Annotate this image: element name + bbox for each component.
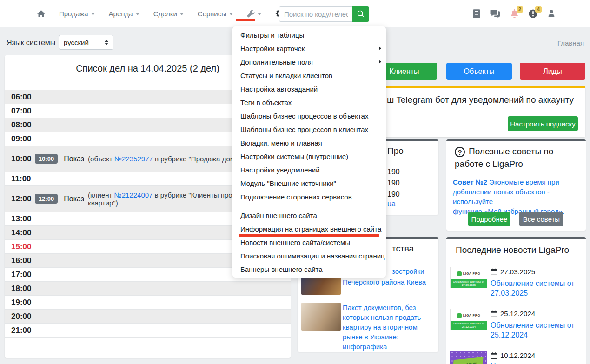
- calendar-icon: [491, 310, 497, 317]
- menu-item-bp-objects[interactable]: Шаблоны бизнес процессов в объектах: [232, 109, 386, 123]
- journal-icon[interactable]: [473, 9, 480, 18]
- menu-item-client-statuses[interactable]: Статусы и вкладки клиентов: [232, 69, 386, 82]
- menu-item-card-settings[interactable]: Настройки карточек: [232, 42, 386, 55]
- chevron-down-icon: [136, 13, 139, 15]
- news-thumbnail[interactable]: LIGA PRO Обновление системы от27.03.2025: [450, 267, 487, 288]
- contact-phone-list: 190 190 190: [387, 166, 400, 200]
- news-link[interactable]: Печерского района Киева: [343, 278, 426, 286]
- menu-item-deals[interactable]: Сделки: [153, 10, 184, 18]
- menu-item-rent[interactable]: Аренда: [109, 10, 139, 18]
- search-input[interactable]: [279, 6, 352, 22]
- app-window: Продажа Аренда Сделки Сервисы: [0, 0, 590, 364]
- menu-item-site-banners[interactable]: Баннеры внешнего сайта: [232, 263, 386, 276]
- divider: [450, 304, 582, 304]
- table-row: 18:00: [5, 282, 291, 296]
- news-link-line: 27.03.2025: [491, 288, 575, 298]
- menu-item-site-news[interactable]: Новости внешнего сайта/системы: [232, 236, 386, 249]
- news-thumbnail[interactable]: НОВОРІЧНІ БОНУСИ!: [450, 351, 487, 364]
- news-link-line: Обновление системы от: [491, 320, 575, 330]
- thumb-banner-line: Обновление системы от: [451, 322, 487, 325]
- menu-item-tabs-menu-main[interactable]: Вкладки, меню и главная: [232, 136, 386, 150]
- menu-item-third-party-services[interactable]: Подключение сторонних сервисов: [232, 190, 386, 204]
- event-time-badge: 10:00: [35, 154, 58, 164]
- notifications-bell-icon[interactable]: 2: [510, 9, 519, 18]
- contact-phone: 190: [387, 166, 400, 178]
- tip-line: Экономьте время при: [487, 178, 559, 186]
- time-label: 19:00: [11, 298, 35, 307]
- divider: [446, 173, 586, 173]
- menu-item-seo[interactable]: Поисковая оптимизация и названия страниц: [232, 249, 386, 263]
- menu-item-sales[interactable]: Продажа: [59, 10, 95, 18]
- news-link[interactable]: Новогодняя акция на: [491, 361, 563, 364]
- leads-button[interactable]: Лиды: [520, 63, 585, 80]
- news-date-text: 25.12.2024: [500, 310, 535, 318]
- menu-item-site-design[interactable]: Дизайн внешнего сайта: [232, 209, 386, 222]
- liga-logo-icon: [457, 271, 462, 276]
- menu-item-extra-fields[interactable]: Дополнительные поля: [232, 55, 386, 69]
- news-link-line: Новогодняя акция на: [491, 361, 563, 364]
- table-row: 21:00: [5, 324, 291, 338]
- client-number-link[interactable]: №21224007: [114, 191, 153, 199]
- event-description: (объект №22352977 в рубрике "Продажа дом…: [88, 155, 247, 163]
- news-link[interactable]: Обновление системы от 25.12.2024: [491, 320, 575, 340]
- divider: [450, 346, 582, 346]
- search-icon: [357, 10, 365, 18]
- navbar-right-icons: 2 4: [473, 0, 556, 27]
- tip-text-link[interactable]: Совет №2 Экономьте время при добавлении …: [453, 177, 586, 216]
- news-thumbnail[interactable]: [301, 303, 341, 331]
- table-row: 20:00: [5, 310, 291, 324]
- thumb-banner-line: 25.12.2024: [451, 325, 487, 329]
- menu-item-services[interactable]: Сервисы: [198, 10, 233, 18]
- news-date: 10.12.2024: [491, 351, 535, 359]
- calendar-icon: [491, 352, 497, 359]
- language-select[interactable]: русский: [59, 35, 113, 50]
- menu-item-autotasks[interactable]: Настройка автозаданий: [232, 82, 386, 96]
- tip-details-button[interactable]: Подробнее: [468, 212, 510, 226]
- wrench-icon: [247, 10, 255, 18]
- alerts-icon[interactable]: 4: [529, 9, 537, 18]
- time-label: 07:00: [11, 106, 35, 116]
- news-link[interactable]: зостройки: [392, 267, 424, 275]
- menu-item-external-sources[interactable]: Модуль "Внешние источники": [232, 177, 386, 190]
- configure-subscription-button[interactable]: Настроить подписку: [508, 116, 578, 131]
- time-label: 18:00: [11, 284, 35, 293]
- menu-item-tools[interactable]: [247, 10, 261, 18]
- breadcrumb[interactable]: Главная: [557, 39, 584, 47]
- chevron-down-icon: [91, 13, 95, 15]
- profile-icon[interactable]: [547, 9, 556, 18]
- news-link-line: Обновление системы от: [491, 278, 575, 288]
- news-link[interactable]: Пакет документов, без которых нельзя про…: [343, 303, 421, 351]
- divider: [446, 261, 586, 261]
- event-link[interactable]: Показ: [64, 195, 84, 203]
- chevron-right-icon: [379, 60, 381, 64]
- news-thumbnail[interactable]: LIGA PRO Обновление системы от25.12.2024: [450, 309, 487, 330]
- news-date-text: 10.12.2024: [500, 351, 535, 359]
- search-button[interactable]: [352, 6, 369, 22]
- time-label: 09:00: [11, 134, 35, 144]
- menu-label: Сервисы: [198, 10, 226, 18]
- objects-button[interactable]: Объекты: [446, 63, 512, 80]
- menu-item-bp-clients[interactable]: Шаблоны бизнес процессов в клиентах: [232, 123, 386, 136]
- time-label: 13:00: [11, 214, 35, 224]
- chat-icon[interactable]: [490, 9, 500, 18]
- news-link[interactable]: Обновление системы от 27.03.2025: [491, 278, 575, 298]
- object-number-link[interactable]: №22352977: [114, 155, 153, 163]
- tips-card: ? Полезные советы по работе с LigaPro Со…: [446, 139, 586, 231]
- contact-site-link[interactable]: ua: [387, 200, 396, 208]
- event-link[interactable]: Показ: [64, 155, 84, 163]
- time-label: 12:00: [11, 194, 35, 204]
- all-tips-button[interactable]: Все советы: [519, 212, 563, 226]
- tip-line: добавлении новых объектов - используйте: [453, 187, 586, 206]
- menu-item-site-pages-info[interactable]: Информация на страницах внешнего сайта: [232, 222, 386, 236]
- search-group: [279, 6, 369, 22]
- event-text-pre: (объект: [88, 155, 114, 163]
- home-menu-item[interactable]: [37, 10, 45, 18]
- menu-item-system-settings[interactable]: Настройки системы (внутренние): [232, 150, 386, 163]
- menu-item-filters-tables[interactable]: Фильтры и таблицы: [232, 28, 386, 42]
- contact-phone: 190: [387, 178, 400, 189]
- liga-logo-icon: [457, 313, 462, 318]
- chevron-right-icon: [379, 46, 381, 50]
- menu-item-notification-settings[interactable]: Настройки уведомлений: [232, 163, 386, 177]
- menu-item-object-tags[interactable]: Теги в объектах: [232, 96, 386, 109]
- liga-logo-text: LIGA PRO: [463, 272, 481, 275]
